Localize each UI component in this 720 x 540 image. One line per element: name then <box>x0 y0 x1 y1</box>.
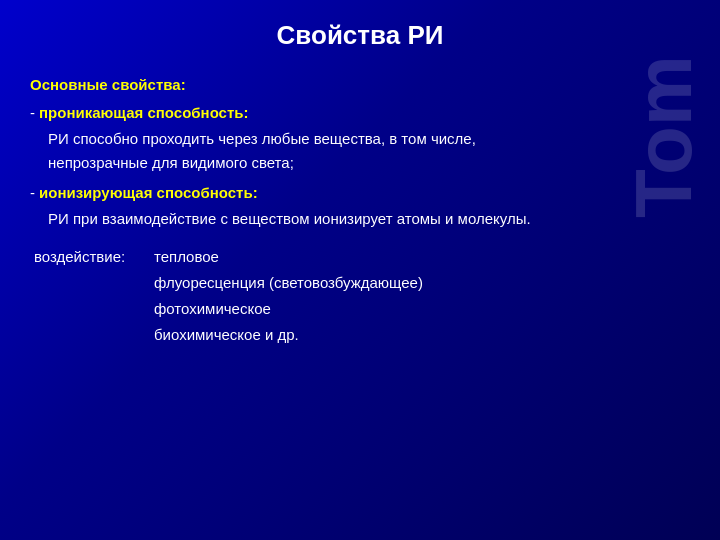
vozdeystvie-label: воздействие: <box>34 245 154 269</box>
bullet2-dash: - <box>30 181 35 205</box>
main-heading: Основные свойства: <box>30 73 690 97</box>
vozdeystvie-item4: биохимическое и др. <box>154 323 690 347</box>
vozdeystvie-item2: флуоресценция (световозбуждающее) <box>154 271 690 295</box>
bullet2-line: - ионизирующая способность: <box>30 181 690 205</box>
slide-title: Свойства РИ <box>30 20 690 51</box>
bullet1-body-line1: РИ способно проходить через любые вещест… <box>48 127 690 151</box>
bullet1-line: - проникающая способность: <box>30 101 690 125</box>
bullet1-label: проникающая способность: <box>39 101 249 125</box>
vozdeystvie-item1: тепловое <box>154 245 219 269</box>
bullet2-label: ионизирующая способность: <box>39 181 258 205</box>
bullet1-body-line2: непрозрачные для видимого света; <box>48 151 690 175</box>
bullet1-body-block: РИ способно проходить через любые вещест… <box>48 127 690 175</box>
bullet2-body: РИ при взаимодействие с веществом ионизи… <box>48 207 690 231</box>
vozdeystvie-row1: воздействие: тепловое <box>34 245 690 269</box>
bullet2-body-block: РИ при взаимодействие с веществом ионизи… <box>48 207 690 231</box>
bullet1-dash: - <box>30 101 35 125</box>
slide-content: Основные свойства: - проникающая способн… <box>30 73 690 347</box>
tom-decoration: Tom <box>618 55 710 218</box>
vozdeystvie-item3: фотохимическое <box>154 297 690 321</box>
vozdeystvie-section: воздействие: тепловое флуоресценция (све… <box>34 245 690 347</box>
slide: Tom Свойства РИ Основные свойства: - про… <box>0 0 720 540</box>
